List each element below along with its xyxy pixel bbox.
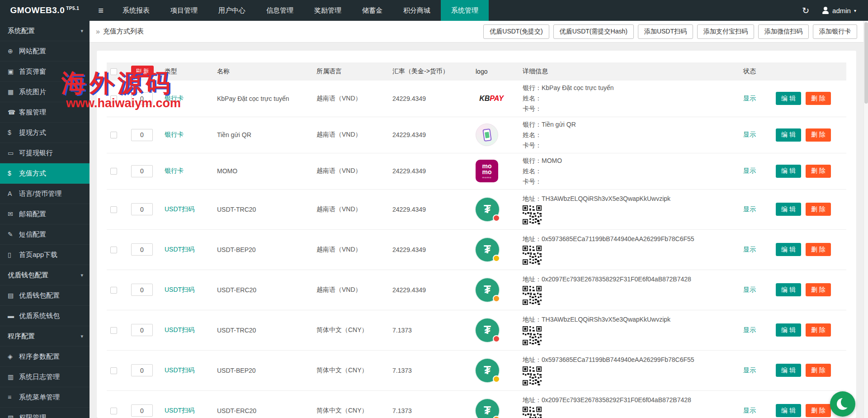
delete-button[interactable]: 删 除 [806,165,831,178]
status-toggle[interactable]: 显示 [743,366,756,374]
sidebar-item-icon: ✉ [8,210,19,218]
status-toggle[interactable]: 显示 [743,326,756,333]
sidebar-item[interactable]: ▭ 可提现银行 [0,143,90,163]
nav-item[interactable]: 用户中心 [208,0,256,21]
status-toggle[interactable]: 显示 [743,286,756,293]
sidebar-item[interactable]: ◈ 程序参数配置 [0,347,90,367]
sidebar-item-label: 提现方式 [19,128,83,137]
chevron-down-icon: ▾ [80,333,83,339]
sidebar-item[interactable]: 系统配置 ▾ [0,21,90,41]
edit-button[interactable]: 编 辑 [776,128,801,142]
sidebar-item[interactable]: ▣ 首页弹窗 [0,62,90,82]
edit-button[interactable]: 编 辑 [776,364,801,377]
sort-input[interactable] [131,92,153,104]
nav-item[interactable]: 奖励管理 [304,0,352,21]
toolbar-button[interactable]: 添加USDT扫码 [638,24,693,39]
row-checkbox[interactable] [110,247,117,253]
sidebar-item[interactable]: $ 充值方式 [0,163,90,184]
header-details: 详细信息 [519,62,740,81]
sidebar-item-label: 首页弹窗 [19,67,83,76]
nav-item[interactable]: 系统报表 [112,0,160,21]
row-checkbox[interactable] [110,168,117,175]
sidebar-item[interactable]: ▬ 优盾系统钱包 [0,306,90,326]
sidebar-item[interactable]: ▯ 首页app下载 [0,245,90,265]
delete-button[interactable]: 删 除 [806,404,831,417]
nav-item[interactable]: 项目管理 [160,0,208,21]
edit-button[interactable]: 编 辑 [776,203,801,216]
sidebar-item[interactable]: ✉ 邮箱配置 [0,204,90,224]
row-checkbox[interactable] [110,95,117,102]
row-checkbox[interactable] [110,206,117,213]
sidebar-item-label: 优盾钱包配置 [19,291,83,300]
sidebar-item[interactable]: ▦ 系统图片 [0,82,90,102]
delete-button[interactable]: 删 除 [806,203,831,216]
edit-button[interactable]: 编 辑 [776,283,801,296]
row-checkbox[interactable] [110,367,117,374]
delete-button[interactable]: 删 除 [806,128,831,142]
rate-value: 24229.4349 [392,131,426,138]
delete-button[interactable]: 删 除 [806,243,831,256]
hamburger-icon[interactable]: ≡ [90,0,112,21]
sidebar-item[interactable]: ▤ 优盾钱包配置 [0,285,90,306]
sort-input[interactable] [131,243,153,256]
edit-button[interactable]: 编 辑 [776,92,801,105]
rate-value: 7.1373 [392,407,412,414]
header-name: 名称 [213,62,313,81]
vertical-scrollbar[interactable] [863,21,868,418]
detail-bank: 银行：KbPay Đặt cọc trực tuyến [523,83,736,93]
row-checkbox[interactable] [110,287,117,294]
status-toggle[interactable]: 显示 [743,246,756,253]
sidebar-item[interactable]: ☎ 客服管理 [0,102,90,123]
edit-button[interactable]: 编 辑 [776,323,801,337]
status-toggle[interactable]: 显示 [743,131,756,138]
row-checkbox[interactable] [110,132,117,138]
delete-button[interactable]: 删 除 [806,92,831,105]
delete-button[interactable]: 删 除 [806,283,831,296]
edit-button[interactable]: 编 辑 [776,404,801,417]
sort-input[interactable] [131,165,153,177]
admin-menu[interactable]: admin ▾ [822,7,856,14]
sort-input[interactable] [131,129,153,141]
status-toggle[interactable]: 显示 [743,95,756,102]
nav-item[interactable]: 信息管理 [256,0,304,21]
sort-input[interactable] [131,324,153,336]
sidebar-item[interactable]: $ 提现方式 [0,123,90,143]
nav-item[interactable]: 积分商城 [393,0,441,21]
row-checkbox[interactable] [110,327,117,334]
toolbar-button[interactable]: 优盾USDT(需提交Hash) [553,24,634,39]
delete-button[interactable]: 删 除 [806,364,831,377]
select-all-checkbox[interactable] [110,68,117,75]
floating-action-button[interactable] [830,391,855,417]
sort-input[interactable] [131,203,153,215]
edit-button[interactable]: 编 辑 [776,165,801,178]
sidebar-item[interactable]: 程序配置 ▾ [0,326,90,347]
sidebar-item[interactable]: ▥ 系统日志管理 [0,367,90,387]
status-toggle[interactable]: 显示 [743,167,756,174]
status-toggle[interactable]: 显示 [743,407,756,414]
row-checkbox[interactable] [110,408,117,414]
sort-input[interactable] [131,404,153,417]
toolbar-button[interactable]: 添加支付宝扫码 [697,24,754,39]
toolbar-button[interactable]: 添加银行卡 [813,24,857,39]
nav-item[interactable]: 储蓄金 [352,0,393,21]
sidebar-item[interactable]: A 语言/货币管理 [0,184,90,204]
refresh-icon[interactable]: ↻ [802,5,809,16]
sidebar-item[interactable]: ⊕ 网站配置 [0,41,90,62]
sidebar-item[interactable]: ▧ 权限管理 [0,408,90,418]
status-toggle[interactable]: 显示 [743,205,756,213]
sort-input[interactable] [131,284,153,296]
edit-button[interactable]: 编 辑 [776,243,801,256]
sidebar-item-label: 权限管理 [19,413,83,418]
sidebar-item[interactable]: 优盾钱包配置 ▾ [0,265,90,285]
delete-button[interactable]: 删 除 [806,323,831,337]
sidebar-item-label: 优盾钱包配置 [8,271,78,280]
scrollbar-thumb[interactable] [864,22,868,104]
nav-item[interactable]: 系统管理 [441,0,489,21]
toolbar-button[interactable]: 添加微信扫码 [758,24,809,39]
sort-input[interactable] [131,364,153,376]
toolbar-button[interactable]: 优盾USDT(免提交) [483,24,549,39]
sidebar-item[interactable]: ✎ 短信配置 [0,224,90,245]
sidebar-item[interactable]: ≡ 系统菜单管理 [0,387,90,408]
main-area: » 充值方式列表 优盾USDT(免提交)优盾USDT(需提交Hash)添加USD… [90,21,863,418]
refresh-button[interactable]: 刷 新 [131,66,154,77]
